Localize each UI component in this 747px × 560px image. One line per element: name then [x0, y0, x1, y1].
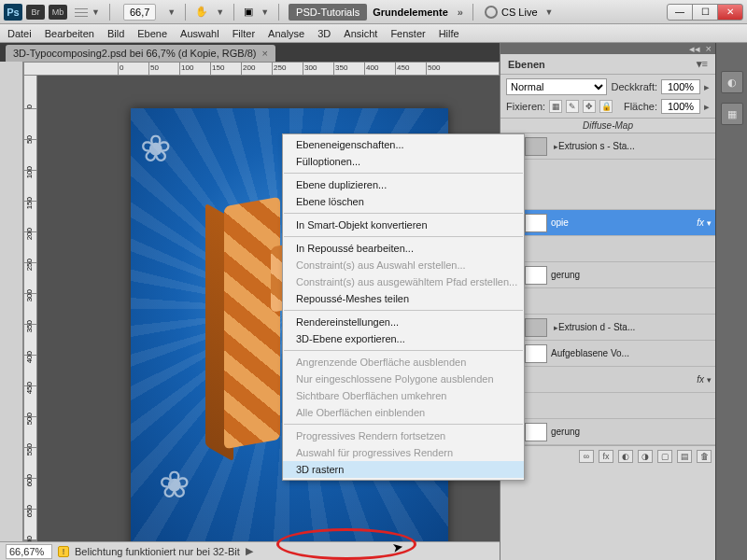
menu-bild[interactable]: Bild [107, 28, 124, 39]
dropdown-icon[interactable]: ▼ [167, 7, 176, 17]
layer-row[interactable]: 👁▸Extrusion d - Sta... [500, 315, 715, 341]
layer-row[interactable]: 👁Aufgeblasene Vo... [500, 341, 715, 367]
context-menu-item[interactable]: Ebeneneigenschaften... [283, 136, 524, 153]
adjustments-icon[interactable]: ◐ [721, 71, 743, 93]
panel-tab-ebenen[interactable]: Ebenen ▾≡ [500, 54, 715, 75]
menu-3d[interactable]: 3D [317, 28, 331, 39]
lock-icons: ▦ ✎ ✥ 🔒 [549, 100, 613, 113]
collapse-icon[interactable]: ◂◂ [689, 43, 700, 55]
menu-bearbeiten[interactable]: Bearbeiten [45, 28, 94, 39]
opacity-field[interactable]: 100% [661, 79, 700, 94]
fx-badge: fx [697, 217, 704, 228]
fx-badge: fx [697, 374, 704, 385]
layer-list[interactable]: 👁▸Extrusion s - Sta...👁👁opiefx▾👁👁gerung👁… [500, 133, 715, 445]
layer-row[interactable]: 👁 [500, 160, 715, 210]
layer-name: opie [551, 217, 695, 228]
document-tab-title: 3D-Typocomposing2.psd bei 66,7% (d Kopie… [13, 48, 256, 59]
dropdown-icon[interactable]: ▼ [92, 7, 100, 17]
arrange-icon[interactable] [75, 6, 88, 19]
trash-icon[interactable]: 🗑 [697, 450, 712, 463]
layer-row[interactable]: 👁opiefx▾ [500, 210, 715, 236]
context-menu-item[interactable]: Fülloptionen... [283, 153, 524, 170]
context-menu-item[interactable]: Ebene duplizieren... [283, 176, 524, 193]
close-tab-icon[interactable]: × [261, 48, 267, 59]
menu-ansicht[interactable]: Ansicht [344, 28, 377, 39]
chevron-right-icon[interactable]: ▶ [246, 545, 253, 557]
dropdown-icon[interactable]: ▼ [261, 7, 269, 17]
menu-hilfe[interactable]: Hilfe [439, 28, 459, 39]
ruler-horizontal[interactable]: 050100150200250300350400450500 [23, 62, 500, 76]
layer-thumbnail[interactable] [525, 318, 547, 337]
minimize-button[interactable]: — [667, 4, 693, 21]
layer-thumbnail[interactable] [525, 137, 547, 156]
maximize-button[interactable]: ☐ [692, 4, 718, 21]
layer-name: Extrusion d - Sta... [558, 322, 712, 332]
layer-context-menu: Ebeneneigenschaften...Fülloptionen...Ebe… [282, 133, 525, 481]
layer-row[interactable]: 👁fx▾ [500, 367, 715, 393]
context-menu-item[interactable]: In Repoussé bearbeiten... [283, 240, 524, 257]
context-menu-item[interactable]: 3D rastern [283, 461, 524, 478]
chevron-right-icon[interactable]: » [458, 7, 463, 18]
adjustment-icon[interactable]: ◑ [638, 450, 653, 463]
lock-transparency-icon[interactable]: ▦ [549, 100, 562, 113]
view-extras-icon[interactable]: ▣ [244, 6, 253, 18]
context-menu-item[interactable]: Ebene löschen [283, 193, 524, 210]
fill-field[interactable]: 100% [661, 99, 700, 114]
document-tab[interactable]: 3D-Typocomposing2.psd bei 66,7% (d Kopie… [6, 45, 275, 62]
chevron-right-icon[interactable]: ▸ [704, 101, 710, 113]
mask-icon[interactable]: ◐ [618, 450, 633, 463]
separator [109, 4, 110, 21]
lock-position-icon[interactable]: ✥ [583, 100, 596, 113]
group-icon[interactable]: ▢ [657, 450, 672, 463]
zoom-field[interactable]: 66,7 [123, 4, 156, 21]
workspace-label[interactable]: Grundelemente [373, 7, 448, 18]
dropdown-icon[interactable]: ▼ [216, 7, 224, 17]
chevron-right-icon[interactable]: ▸ [704, 81, 710, 93]
menu-fenster[interactable]: Fenster [390, 28, 425, 39]
minibridge-icon[interactable]: Mb [49, 5, 67, 20]
cursor-icon: ➤ [391, 539, 405, 555]
context-menu-item[interactable]: In Smart-Objekt konvertieren [283, 217, 524, 233]
photoshop-icon[interactable]: Ps [4, 4, 22, 21]
close-button[interactable]: ✕ [717, 4, 743, 21]
context-menu-item[interactable]: Rendereinstellungen... [283, 314, 524, 330]
layer-thumbnail[interactable] [525, 423, 547, 441]
lock-all-icon[interactable]: 🔒 [599, 100, 613, 113]
layer-row[interactable]: 👁 [500, 288, 715, 315]
collapsed-panel-strip: ◐ ▦ [715, 43, 747, 560]
chevron-down-icon[interactable]: ▾ [707, 375, 712, 385]
menu-analyse[interactable]: Analyse [268, 28, 304, 39]
blend-mode-select[interactable]: Normal [506, 78, 607, 95]
left-toolbar[interactable] [0, 62, 23, 541]
layer-row[interactable]: 👁 [500, 393, 715, 419]
panel-menu-icon[interactable]: ▾≡ [697, 58, 708, 70]
cslive-button[interactable]: CS Live ▼ [485, 6, 557, 19]
layer-row[interactable]: 👁gerung [500, 262, 715, 288]
layer-thumbnail[interactable] [525, 214, 547, 232]
context-menu-item[interactable]: 3D-Ebene exportieren... [283, 330, 524, 347]
menu-auswahl[interactable]: Auswahl [180, 28, 219, 39]
separator [185, 4, 186, 21]
context-menu-item: Sichtbare Oberflächen umkehren [283, 387, 524, 404]
link-layers-icon[interactable]: ∞ [579, 450, 594, 463]
menu-datei[interactable]: Datei [7, 28, 32, 39]
layer-row[interactable]: 👁 [500, 236, 715, 262]
context-menu-item[interactable]: Repoussé-Meshes teilen [283, 290, 524, 307]
bridge-icon[interactable]: Br [26, 5, 45, 20]
status-zoom-field[interactable]: 66,67% [6, 544, 52, 559]
menu-filter[interactable]: Filter [233, 28, 255, 39]
fx-icon[interactable]: fx [599, 450, 613, 463]
swatches-icon[interactable]: ▦ [721, 103, 743, 125]
layer-thumbnail[interactable] [525, 344, 547, 363]
chevron-down-icon[interactable]: ▾ [707, 218, 712, 228]
ruler-vertical[interactable]: 0501001502002503003504004505005506006507… [23, 76, 37, 541]
layer-row[interactable]: 👁▸Extrusion s - Sta... [500, 133, 715, 160]
lock-pixels-icon[interactable]: ✎ [566, 100, 579, 113]
layer-row[interactable]: 👁gerung [500, 419, 715, 445]
menu-ebene[interactable]: Ebene [137, 28, 167, 39]
new-layer-icon[interactable]: ▤ [677, 450, 692, 463]
workspace-button[interactable]: PSD-Tutorials [289, 4, 367, 21]
close-panel-icon[interactable]: × [706, 43, 712, 54]
layer-thumbnail[interactable] [525, 266, 547, 285]
hand-icon[interactable]: ✋ [195, 6, 208, 18]
